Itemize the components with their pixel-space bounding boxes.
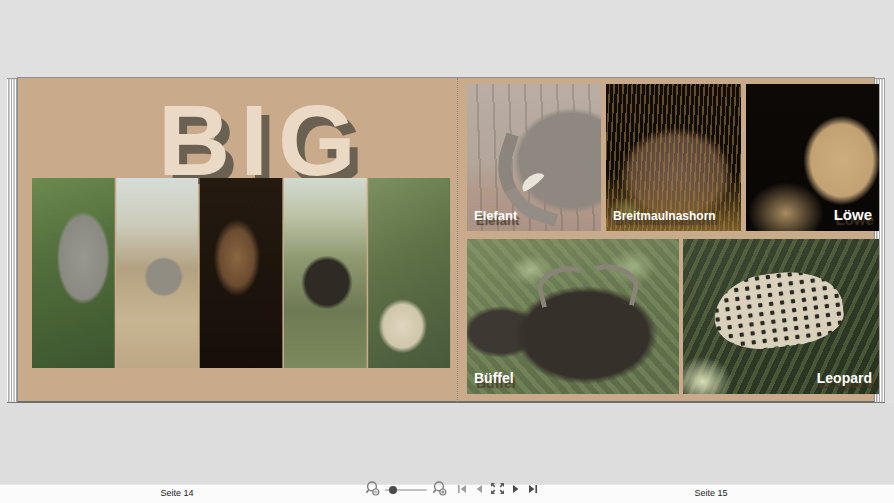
photo-caption-bueffel: Büffel <box>474 370 514 386</box>
digit-5-leopard[interactable]: 5 <box>368 178 450 368</box>
zoom-out-magnifier-icon <box>364 480 381 500</box>
zoom-in-magnifier-icon <box>431 480 448 500</box>
lower-desktop-area <box>0 403 894 484</box>
navigation-toolbar <box>362 481 541 499</box>
zoom-out-button[interactable] <box>364 481 381 499</box>
digit-1-elephant[interactable]: 1 <box>32 178 114 368</box>
photo-caption-elefant: Elefant <box>474 208 517 223</box>
photo-caption-loewe: Löwe <box>834 206 872 223</box>
photo-caption-breitmaulnashorn: Breitmaulnashorn <box>613 209 716 223</box>
spread-canvas: BIG 1 2 3 4 5 Elefant Breitmaulnashorn L… <box>7 77 885 403</box>
page-fold-line <box>457 78 458 404</box>
digit-4-buffalo[interactable]: 4 <box>284 178 366 368</box>
leopard-body-shape <box>710 265 847 355</box>
photobook-page-spread[interactable]: BIG 1 2 3 4 5 Elefant Breitmaulnashorn L… <box>17 77 875 403</box>
digit-3-lion[interactable]: 3 <box>200 178 282 368</box>
photo-leopard[interactable]: Leopard <box>683 239 879 394</box>
zoom-slider-handle[interactable] <box>389 486 397 494</box>
zoom-in-button[interactable] <box>431 481 448 499</box>
page-stack-edge-left <box>7 78 17 403</box>
photo-lion[interactable]: Löwe <box>746 84 879 231</box>
previous-page-icon <box>474 483 484 498</box>
photo-buffalo[interactable]: Büffel <box>467 239 679 394</box>
digit-2-rhino[interactable]: 2 <box>116 178 198 368</box>
page-number-right: Seite 15 <box>676 488 746 498</box>
previous-page-button[interactable] <box>474 481 484 499</box>
buffalo-horn-right <box>582 259 643 306</box>
photo-rhino[interactable]: Breitmaulnashorn <box>606 84 741 231</box>
next-page-icon <box>511 483 521 498</box>
overview-icon <box>490 482 505 498</box>
photo-elephant[interactable]: Elefant <box>467 84 601 231</box>
last-page-icon <box>527 483 539 498</box>
next-page-button[interactable] <box>511 481 521 499</box>
photo-filled-digits: 1 2 3 4 5 <box>32 178 450 368</box>
zoom-slider[interactable] <box>385 481 427 499</box>
overview-button[interactable] <box>490 481 505 499</box>
page-number-left: Seite 14 <box>142 488 212 498</box>
photo-caption-leopard: Leopard <box>817 370 872 386</box>
first-page-button[interactable] <box>456 481 468 499</box>
first-page-icon <box>456 483 468 498</box>
last-page-button[interactable] <box>527 481 539 499</box>
